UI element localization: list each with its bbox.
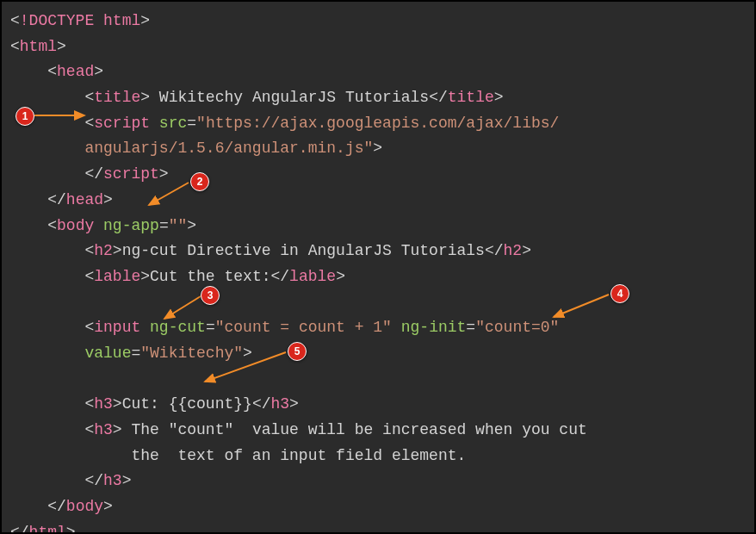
code-line: <html> (10, 34, 746, 60)
code-line: value="Wikitechy"> (10, 341, 746, 367)
code-line (10, 367, 746, 393)
code-line: </h3> (10, 469, 746, 494)
badge-1: 1 (15, 107, 34, 126)
badge-4: 4 (610, 284, 629, 303)
code-line (10, 290, 746, 316)
code-line: <h3>Cut: {{count}}</h3> (10, 392, 746, 418)
code-editor: 1 2 3 4 5 <!DOCTYPE html> <html> <head> … (0, 0, 756, 534)
code-line: </body> (10, 494, 746, 520)
code-line: <input ng-cut="count = count + 1" ng-ini… (10, 315, 746, 341)
code-line: the text of an input field element. (10, 444, 746, 469)
code-line: <script src="https://ajax.googleapis.com… (10, 111, 746, 137)
code-line: <h2>ng-cut Directive in AngularJS Tutori… (10, 239, 746, 264)
badge-2: 2 (190, 172, 209, 191)
code-line: <title> Wikitechy AngularJS Tutorials</t… (10, 85, 746, 111)
code-line: </head> (10, 188, 746, 214)
badge-3: 3 (201, 286, 220, 305)
badge-5: 5 (288, 342, 307, 361)
code-line: <body ng-app=""> (10, 214, 746, 239)
code-line: <head> (10, 59, 746, 85)
code-line: <lable>Cut the text:</lable> (10, 264, 746, 290)
code-line: angularjs/1.5.6/angular.min.js"> (10, 136, 746, 162)
code-line: <!DOCTYPE html> (10, 9, 746, 34)
code-line: <h3> The "count" value will be increased… (10, 418, 746, 444)
code-line: </script> (10, 162, 746, 188)
code-line: </html> (10, 520, 746, 534)
